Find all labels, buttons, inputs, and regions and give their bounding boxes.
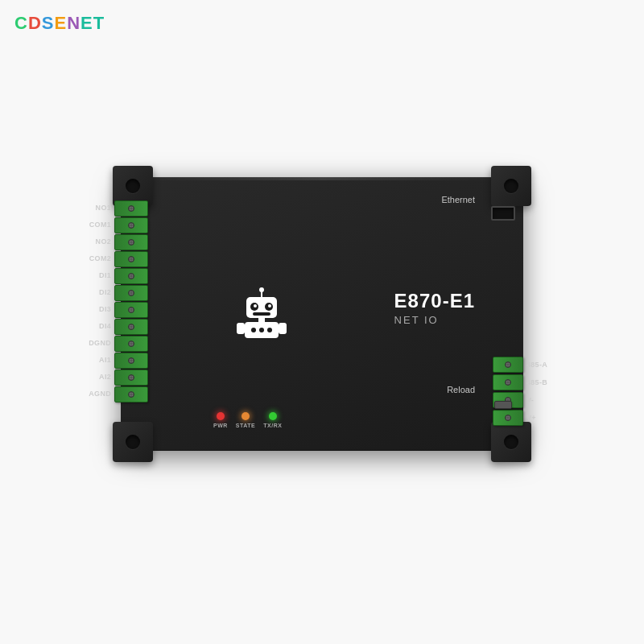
terminal-row-di2: DI2 [82,284,148,301]
terminal-row-com2: COM2 [82,250,148,267]
terminal-connector-agnd [114,386,148,402]
terminal-row-com1: COM1 [82,217,148,233]
screw-ai1 [128,357,134,364]
screw-di3 [128,307,134,313]
led-row: PWR STATE TX/RX [213,412,282,428]
screw-485b [505,379,511,386]
page-wrapper: CDSENET NO1 [0,0,644,644]
device-edge-top [137,177,507,180]
terminal-connector-ai2 [114,369,148,386]
terminal-label-di4: DI4 [82,323,111,330]
mount-hole-tl [126,179,140,193]
robot-logo [233,286,290,342]
terminal-label-dgnd: DGND [82,340,111,347]
led-pwr-dot [217,412,225,420]
terminal-label-di3: DI3 [82,306,111,313]
terminal-connector-vplus [493,410,523,426]
terminal-label-di2: DI2 [82,289,111,296]
svg-point-1 [259,287,264,292]
terminal-connector-di4 [114,319,148,335]
terminal-connector-com2 [114,251,148,267]
terminal-connector-ai1 [114,353,148,369]
mount-hole-br [504,435,518,449]
screw-no2 [128,239,134,246]
led-pwr: PWR [213,412,228,428]
terminal-row-ai2: AI2 [82,369,148,386]
terminal-connector-di2 [114,285,148,301]
terminal-row-485b: 485-B [493,374,557,391]
svg-point-14 [267,328,272,332]
svg-point-5 [254,304,257,308]
terminal-row-di3: DI3 [82,301,148,318]
screw-ai2 [128,374,134,381]
terminal-connector-no1 [114,200,148,217]
terminal-row-485a: 485-A [493,356,557,374]
screw-di2 [128,290,134,296]
terminal-row-dgnd: DGND [82,335,148,352]
terminal-label-ai1: AI1 [82,357,111,364]
svg-point-12 [251,328,256,332]
reload-label: Reload [447,385,475,394]
screw-com1 [128,222,134,229]
reload-button[interactable] [494,401,512,409]
terminal-connector-di3 [114,302,148,318]
terminal-label-com1: COM1 [82,221,111,229]
device-scene: NO1 COM1 NO2 COM2 DI1 [72,64,572,564]
screw-485a [505,361,511,368]
brand-logo: CDSENET [14,14,105,32]
svg-rect-10 [237,323,245,334]
product-model: E870-E1 [394,291,475,312]
terminal-block-left: NO1 COM1 NO2 COM2 DI1 [82,200,148,402]
screw-di4 [128,324,134,330]
terminal-label-di1: DI1 [82,272,111,279]
screw-agnd [128,391,134,398]
terminal-label-vplus: V+ [526,415,557,422]
terminal-label-ai2: AI2 [82,374,111,381]
product-name-area: E870-E1 NET IO [394,291,475,326]
svg-point-6 [268,304,271,308]
terminal-row-ai1: AI1 [82,352,148,369]
terminal-label-com2: COM2 [82,255,111,262]
screw-dgnd [128,341,134,347]
terminal-connector-di1 [114,268,148,284]
ethernet-label: Ethernet [441,195,475,204]
screw-no1 [128,205,134,212]
terminal-label-485a: 485-A [526,361,557,369]
mount-hole-tr [504,179,518,193]
mount-ear-bottom-left [113,422,153,462]
led-txrx-dot [269,412,277,420]
terminal-row-vplus: V+ [493,409,557,427]
product-type: NET IO [394,315,475,327]
terminal-row-no2: NO2 [82,233,148,250]
terminal-label-agnd: AGND [82,390,111,398]
led-state-label: STATE [236,423,255,428]
mount-ear-bottom-right [491,422,531,462]
terminal-label-485b: 485-B [526,379,557,386]
svg-point-13 [259,328,264,332]
led-pwr-label: PWR [213,423,228,428]
terminal-label-no2: NO2 [82,238,111,246]
terminal-row-agnd: AGND [82,386,148,402]
terminal-row-no1: NO1 [82,200,148,217]
terminal-connector-dgnd [114,336,148,352]
led-txrx-label: TX/RX [263,423,282,428]
device-body: NO1 COM1 NO2 COM2 DI1 [121,177,523,451]
terminal-connector-com1 [114,217,148,233]
mount-ear-top-right [491,166,531,206]
svg-rect-8 [258,318,265,322]
terminal-block-right: 485-A 485-B V- V+ [493,356,557,427]
terminal-label-vminus: V- [526,397,557,404]
terminal-row-di1: DI1 [82,267,148,284]
mount-hole-bl [126,435,140,449]
terminal-connector-485b [493,374,523,390]
led-state-dot [242,412,250,420]
svg-rect-11 [279,323,287,334]
screw-vplus [505,415,511,421]
ethernet-port [491,206,515,221]
brand-header: CDSENET [14,14,105,32]
terminal-connector-no2 [114,234,148,250]
terminal-connector-485a [493,357,523,373]
led-txrx: TX/RX [263,412,282,428]
screw-di1 [128,273,134,279]
robot-icon [233,286,290,342]
